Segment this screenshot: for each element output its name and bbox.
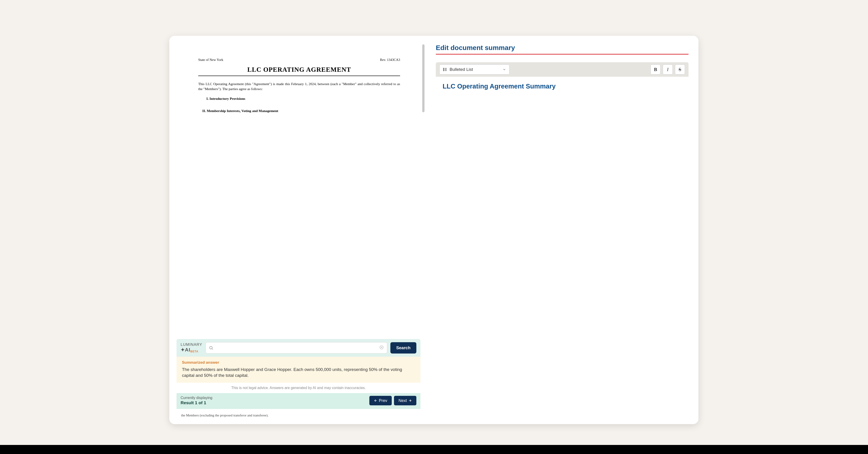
summary-heading: Summarized answer — [182, 360, 415, 365]
document-viewer-pane: State of New York Rev. 1343CA3 LLC OPERA… — [169, 36, 426, 424]
scrollbar-thumb[interactable] — [422, 45, 425, 112]
doc-rev: Rev. 1343CA3 — [380, 58, 400, 62]
editor-pane: Edit document summary Bulleted List B I … — [426, 36, 699, 424]
doc-fragment: the Members (excluding the proposed tran… — [177, 411, 421, 417]
clear-icon[interactable] — [379, 345, 384, 350]
svg-point-9 — [443, 70, 444, 71]
italic-button[interactable]: I — [663, 64, 673, 75]
bold-button[interactable]: B — [651, 64, 660, 75]
svg-point-8 — [443, 69, 444, 70]
ai-search-input[interactable] — [213, 345, 379, 350]
bulleted-list-icon — [443, 67, 447, 72]
app-window: State of New York Rev. 1343CA3 LLC OPERA… — [169, 36, 699, 424]
editor-toolbar: Bulleted List B I S — [436, 62, 688, 77]
doc-rule — [198, 76, 400, 76]
scrollbar-track[interactable] — [422, 45, 425, 420]
list-type-select[interactable]: Bulleted List — [439, 64, 509, 75]
ai-disclaimer: This is not legal advice. Answers are ge… — [177, 383, 421, 393]
list-type-label: Bulleted List — [450, 67, 473, 72]
result-bar: Currently displaying Result 1 of 1 Prev … — [177, 393, 421, 409]
svg-point-0 — [210, 346, 212, 349]
doc-title: LLC OPERATING AGREEMENT — [198, 66, 400, 73]
ai-search-field[interactable] — [206, 342, 387, 353]
search-button[interactable]: Search — [391, 342, 416, 353]
result-count: Result 1 of 1 — [181, 400, 213, 405]
search-icon — [209, 346, 213, 350]
doc-intro: This LLC Operating Agreement (this "Agre… — [198, 82, 400, 92]
svg-point-7 — [443, 68, 444, 69]
result-label: Currently displaying — [181, 396, 213, 400]
doc-state: State of New York — [198, 58, 223, 62]
arrow-left-icon — [374, 399, 377, 402]
doc-sec1-head: I. Introductory Provisions — [206, 97, 400, 101]
svg-line-1 — [212, 349, 213, 350]
doc-fragment — [177, 409, 421, 411]
chevron-down-icon — [502, 68, 506, 71]
prev-button[interactable]: Prev — [369, 396, 392, 405]
summary-box: Summarized answer The shareholders are M… — [177, 357, 421, 383]
arrow-right-icon — [408, 399, 412, 402]
document-page: State of New York Rev. 1343CA3 LLC OPERA… — [178, 45, 421, 113]
summary-title: LLC Operating Agreement Summary — [442, 83, 682, 90]
summary-editor[interactable]: LLC Operating Agreement Summary — [436, 77, 688, 101]
ai-logo: LUMINARY ✦AIBETA — [181, 342, 202, 353]
strike-button[interactable]: S — [675, 64, 685, 75]
next-button[interactable]: Next — [394, 396, 416, 405]
editor-title: Edit document summary — [436, 44, 688, 52]
decor-bottom-bar — [0, 445, 868, 454]
summary-text: The shareholders are Maxwell Hopper and … — [182, 367, 415, 379]
editor-rule — [436, 54, 688, 55]
doc-sec2-head: II. Membership Interests, Voting and Man… — [202, 109, 400, 113]
ai-panel: LUMINARY ✦AIBETA Search Summarized answe… — [177, 339, 421, 417]
